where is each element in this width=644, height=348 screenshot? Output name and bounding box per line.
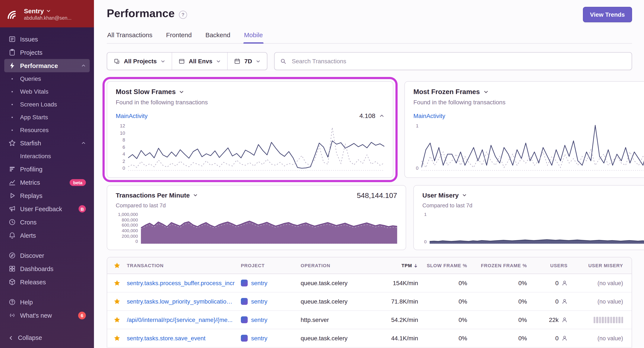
sidebar-nav: IssuesProjectsPerformanceQueriesWeb Vita… xyxy=(0,27,94,327)
transaction-link[interactable]: MainActivity xyxy=(414,112,445,119)
sidebar-item-label: Releases xyxy=(20,279,46,285)
column-header-operation[interactable]: OPERATION xyxy=(301,263,373,268)
tab-frontend[interactable]: Frontend xyxy=(166,27,192,43)
column-header-project[interactable]: PROJECT xyxy=(241,263,301,268)
user-misery-cell: (no value) xyxy=(568,335,632,341)
column-header-users[interactable]: USERS xyxy=(527,263,568,268)
sidebar-item-interactions[interactable]: Interactions xyxy=(4,150,90,162)
environment-filter-label: All Envs xyxy=(189,58,212,65)
date-range-label: 7D xyxy=(244,58,252,65)
tab-all-transactions[interactable]: All Transactions xyxy=(107,27,153,43)
column-header-misery[interactable]: USER MISERY xyxy=(568,263,632,268)
search-input[interactable] xyxy=(291,57,626,65)
star-toggle[interactable] xyxy=(107,316,127,323)
chevron-up-icon[interactable] xyxy=(379,113,384,118)
project-link[interactable]: sentry xyxy=(251,335,270,341)
sidebar-item-alerts[interactable]: Alerts xyxy=(4,229,90,242)
widget-title: Most Slow Frames xyxy=(116,88,176,96)
view-trends-button[interactable]: View Trends xyxy=(583,7,632,22)
y-axis-tick: 1 xyxy=(416,124,418,128)
sidebar-item-label: User Feedback xyxy=(20,206,62,212)
help-circle-icon[interactable]: ? xyxy=(179,11,187,19)
tab-bar: All TransactionsFrontendBackendMobile xyxy=(107,27,632,44)
frozen-frame-cell: 0% xyxy=(467,335,527,341)
sidebar-item-queries[interactable]: Queries xyxy=(4,72,90,85)
bullet-icon xyxy=(8,104,16,105)
sidebar-item-performance[interactable]: Performance xyxy=(4,59,90,72)
sidebar-item-user-feedback[interactable]: User FeedbackB xyxy=(4,202,90,216)
sidebar-item-whats-new[interactable]: What's new6 xyxy=(4,309,90,322)
transaction-link[interactable]: MainActivity xyxy=(116,112,148,119)
sidebar-item-web-vitals[interactable]: Web Vitals xyxy=(4,85,90,98)
search-icon xyxy=(280,58,286,64)
chevron-down-icon[interactable] xyxy=(179,89,184,94)
sidebar-item-label: Screen Loads xyxy=(20,101,57,108)
sidebar-item-starfish[interactable]: Starfish xyxy=(4,136,90,150)
transaction-link[interactable]: sentry.tasks.process_buffer.process_incr xyxy=(127,280,241,286)
page-title-text: Performance xyxy=(107,7,175,20)
sidebar-item-replays[interactable]: Replays xyxy=(4,189,90,202)
star-toggle[interactable] xyxy=(107,280,127,286)
sidebar-item-releases[interactable]: Releases xyxy=(4,275,90,289)
tab-backend[interactable]: Backend xyxy=(205,27,231,43)
sidebar-item-label: Metrics xyxy=(20,179,40,186)
date-range-filter[interactable]: 7D xyxy=(228,53,267,70)
sidebar-item-label: Starfish xyxy=(20,140,41,146)
sidebar-item-projects[interactable]: Projects xyxy=(4,46,90,59)
crons-icon xyxy=(8,218,16,226)
project-filter[interactable]: All Projects xyxy=(107,53,172,70)
user-misery-chart xyxy=(430,212,644,244)
project-link[interactable]: sentry xyxy=(251,280,270,286)
project-link[interactable]: sentry xyxy=(251,298,270,305)
tab-mobile[interactable]: Mobile xyxy=(244,27,263,43)
project-link[interactable]: sentry xyxy=(251,316,270,323)
star-column-header[interactable] xyxy=(107,262,127,269)
project-cell: sentry xyxy=(241,316,301,323)
column-header-slow[interactable]: SLOW FRAME % xyxy=(418,263,467,268)
sidebar-item-app-starts[interactable]: App Starts xyxy=(4,111,90,124)
stack-icon xyxy=(114,58,120,64)
chevron-down-icon[interactable] xyxy=(193,193,198,198)
dashboards-icon xyxy=(8,265,16,273)
column-header-tpm[interactable]: TPM xyxy=(373,263,418,268)
transaction-link[interactable]: /api/0/internal/rpc/{service_name}/{me..… xyxy=(127,316,241,323)
sidebar-item-screen-loads[interactable]: Screen Loads xyxy=(4,98,90,111)
users-count: 0 xyxy=(555,335,558,341)
sidebar-item-metrics[interactable]: Metricsbeta xyxy=(4,176,90,189)
org-switcher[interactable]: Sentry abdullah.khan@sen... xyxy=(0,0,94,27)
y-axis: 10 xyxy=(422,212,427,244)
table-row: sentry.tasks.store.save_eventsentryqueue… xyxy=(107,329,632,347)
slow-frames-chart xyxy=(128,124,384,170)
star-toggle[interactable] xyxy=(107,335,127,341)
column-label: OPERATION xyxy=(301,263,330,268)
sidebar-item-crons[interactable]: Crons xyxy=(4,216,90,229)
sidebar-item-issues[interactable]: Issues xyxy=(4,33,90,46)
sidebar-item-resources[interactable]: Resources xyxy=(4,124,90,136)
widget-row: Most Slow Frames Found in the following … xyxy=(107,81,632,178)
chevron-down-icon[interactable] xyxy=(462,193,467,198)
sidebar-item-label: Help xyxy=(20,299,33,305)
chevron-down-icon[interactable] xyxy=(483,89,488,94)
sidebar-item-profiling[interactable]: Profiling xyxy=(4,162,90,176)
sidebar-item-label: Crons xyxy=(20,219,36,226)
y-axis-tick: 200,000 xyxy=(122,234,138,238)
collapse-button[interactable]: Collapse xyxy=(0,327,94,348)
column-header-frozen[interactable]: FROZEN FRAME % xyxy=(467,263,527,268)
users-cell: 0 xyxy=(527,298,568,305)
slow-frame-cell: 0% xyxy=(418,298,467,305)
transaction-link[interactable]: sentry.tasks.store.save_event xyxy=(127,335,241,341)
column-label: USERS xyxy=(550,263,568,268)
environment-filter[interactable]: All Envs xyxy=(172,53,228,70)
sidebar-item-help[interactable]: Help xyxy=(4,295,90,309)
column-header-transaction[interactable]: TRANSACTION xyxy=(127,263,241,268)
star-toggle[interactable] xyxy=(107,298,127,305)
transaction-cell: sentry.tasks.store.save_event xyxy=(127,335,241,341)
sidebar-item-discover[interactable]: Discover xyxy=(4,249,90,262)
users-cell: 0 xyxy=(527,280,568,286)
stat-card-row: Transactions Per Minute 548,144.107 Comp… xyxy=(107,185,632,250)
profiling-icon xyxy=(8,165,16,173)
transaction-link[interactable]: sentry.tasks.low_priority_symbolication.… xyxy=(127,298,241,305)
sidebar-item-label: What's new xyxy=(20,312,52,319)
sidebar-item-dashboards[interactable]: Dashboards xyxy=(4,262,90,275)
bullet-icon xyxy=(8,91,16,92)
